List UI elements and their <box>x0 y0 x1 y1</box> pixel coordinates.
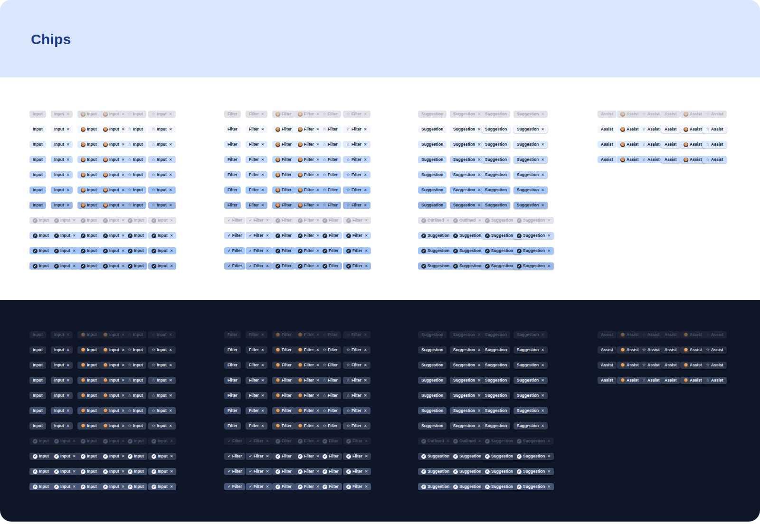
close-icon[interactable]: ✕ <box>73 455 76 458</box>
close-icon[interactable]: ✕ <box>261 173 265 177</box>
close-icon[interactable]: ✕ <box>66 379 70 383</box>
input-chip-focused-icon[interactable]: ☆Input <box>124 156 146 163</box>
close-icon[interactable]: ✕ <box>261 409 265 413</box>
filter-chip-hover-icon[interactable]: ☆Filter <box>319 141 341 148</box>
suggestion-chip-checked-3-close[interactable]: ✓Suggestion✕ <box>513 483 554 490</box>
input-chip-checked-3-close[interactable]: ✓Input✕ <box>51 483 79 490</box>
filter-chip-checked-2-avatar-close[interactable]: ✓Filter✕ <box>294 247 323 254</box>
suggestion-chip-selected-close[interactable]: Suggestion✕ <box>450 171 484 178</box>
input-chip-checked-3-avatar[interactable]: ✓Input <box>77 483 100 490</box>
input-chip-checked-3-plain[interactable]: ✓Input <box>29 262 52 270</box>
input-chip-selected-hover-avatar-close[interactable]: Input✕ <box>100 187 128 194</box>
close-icon[interactable]: ✕ <box>261 188 265 192</box>
filter-chip-selected-avatar-close[interactable]: Filter✕ <box>294 392 323 399</box>
filter-chip-selected-icon-close[interactable]: ☆Filter✕ <box>343 392 370 399</box>
input-chip-checked-2-icon[interactable]: ✓Input <box>124 468 147 475</box>
filter-chip-checked-1-plain[interactable]: ✓Filter <box>224 453 245 460</box>
filter-chip-checked-1-icon-close[interactable]: ✓Filter✕ <box>343 453 371 460</box>
filter-chip-selected-hover-plain[interactable]: Filter <box>224 187 241 194</box>
suggestion-chip-checked-3-close[interactable]: ✓Suggestion✕ <box>513 262 554 270</box>
assist-chip-enabled-plain[interactable]: Assist <box>598 126 617 133</box>
close-icon[interactable]: ✕ <box>66 394 70 398</box>
input-chip-selected-pressed-icon[interactable]: ☆Input <box>124 202 146 209</box>
filter-chip-selected-pressed-icon[interactable]: ☆Filter <box>319 422 341 429</box>
filter-chip-hover-avatar[interactable]: Filter <box>272 362 295 369</box>
filter-chip-checked-2-icon-close[interactable]: ✓Filter✕ <box>343 468 371 475</box>
suggestion-chip-focused-plain[interactable]: Suggestion <box>482 156 510 163</box>
close-icon[interactable]: ✕ <box>365 455 368 458</box>
input-chip-checked-2-icon-close[interactable]: ✓Input✕ <box>148 468 176 475</box>
input-chip-checked-1-plain[interactable]: ✓Input <box>29 453 52 460</box>
close-icon[interactable]: ✕ <box>477 409 481 413</box>
input-chip-hover-icon-close[interactable]: ☆Input✕ <box>148 362 176 369</box>
input-chip-enabled-avatar[interactable]: Input <box>77 126 100 133</box>
close-icon[interactable]: ✕ <box>261 143 265 147</box>
close-icon[interactable]: ✕ <box>541 409 544 413</box>
input-chip-hover-avatar-close[interactable]: Input✕ <box>100 362 128 369</box>
close-icon[interactable]: ✕ <box>170 470 173 474</box>
close-icon[interactable]: ✕ <box>477 204 481 207</box>
assist-chip-focused-avatar[interactable]: Assist <box>680 377 705 384</box>
suggestion-chip-selected-pressed-close[interactable]: Suggestion✕ <box>450 202 484 209</box>
input-chip-checked-1-avatar-close[interactable]: ✓Input✕ <box>100 232 128 239</box>
close-icon[interactable]: ✕ <box>266 264 269 268</box>
assist-chip-hover-plain[interactable]: Assist <box>598 362 617 369</box>
filter-chip-checked-2-close[interactable]: ✓Filter✕ <box>246 247 272 254</box>
assist-chip-enabled-plain[interactable]: Assist <box>661 126 680 133</box>
input-chip-focused-avatar[interactable]: Input <box>77 377 100 384</box>
suggestion-chip-enabled-close[interactable]: Suggestion✕ <box>513 126 548 133</box>
filter-chip-selected-pressed-icon-close[interactable]: ☆Filter✕ <box>343 422 370 429</box>
close-icon[interactable]: ✕ <box>261 204 265 207</box>
suggestion-chip-hover-close[interactable]: Suggestion✕ <box>513 141 548 148</box>
close-icon[interactable]: ✕ <box>541 348 544 352</box>
suggestion-chip-checked-2-close[interactable]: ✓Suggestion✕ <box>513 468 554 475</box>
close-icon[interactable]: ✕ <box>364 364 367 367</box>
close-icon[interactable]: ✕ <box>170 485 173 489</box>
input-chip-focused-plain[interactable]: Input <box>29 156 46 163</box>
filter-chip-checked-3-avatar[interactable]: ✓Filter <box>272 262 295 270</box>
filter-chip-selected-avatar[interactable]: Filter <box>272 171 295 178</box>
filter-chip-selected-hover-avatar[interactable]: Filter <box>272 187 295 194</box>
close-icon[interactable]: ✕ <box>266 485 269 489</box>
filter-chip-checked-3-plain[interactable]: ✓Filter <box>224 483 245 490</box>
suggestion-chip-focused-close[interactable]: Suggestion✕ <box>450 377 484 384</box>
filter-chip-checked-3-avatar-close[interactable]: ✓Filter✕ <box>294 483 323 490</box>
filter-chip-selected-pressed-icon[interactable]: ☆Filter <box>319 202 341 209</box>
close-icon[interactable]: ✕ <box>364 143 367 147</box>
filter-chip-checked-3-avatar[interactable]: ✓Filter <box>272 483 295 490</box>
assist-chip-hover-avatar[interactable]: Assist <box>680 141 705 148</box>
input-chip-selected-hover-icon-close[interactable]: ☆Input✕ <box>148 407 176 414</box>
assist-chip-enabled-plain[interactable]: Assist <box>598 346 617 354</box>
close-icon[interactable]: ✕ <box>364 128 367 131</box>
assist-chip-focused-icon[interactable]: ☆Assist <box>703 377 727 384</box>
suggestion-chip-checked-1-close[interactable]: ✓Suggestion✕ <box>513 232 554 239</box>
assist-chip-enabled-icon[interactable]: ☆Assist <box>703 126 727 133</box>
suggestion-chip-selected-close[interactable]: Suggestion✕ <box>513 171 548 178</box>
filter-chip-checked-1-avatar[interactable]: ✓Filter <box>272 232 295 239</box>
filter-chip-focused-icon[interactable]: ☆Filter <box>319 377 341 384</box>
input-chip-hover-close[interactable]: Input✕ <box>51 141 73 148</box>
filter-chip-hover-icon-close[interactable]: ☆Filter✕ <box>343 141 370 148</box>
close-icon[interactable]: ✕ <box>364 394 367 398</box>
input-chip-selected-hover-avatar[interactable]: Input <box>77 407 100 414</box>
close-icon[interactable]: ✕ <box>364 409 367 413</box>
filter-chip-selected-pressed-plain[interactable]: Filter <box>224 422 241 429</box>
input-chip-selected-icon[interactable]: ☆Input <box>124 392 146 399</box>
filter-chip-selected-plain[interactable]: Filter <box>224 171 241 178</box>
suggestion-chip-selected-hover-close[interactable]: Suggestion✕ <box>513 187 548 194</box>
suggestion-chip-selected-hover-plain[interactable]: Suggestion <box>418 407 446 414</box>
filter-chip-selected-pressed-avatar[interactable]: Filter <box>272 422 295 429</box>
input-chip-selected-hover-close[interactable]: Input✕ <box>51 187 73 194</box>
suggestion-chip-selected-pressed-plain[interactable]: Suggestion <box>418 202 446 209</box>
close-icon[interactable]: ✕ <box>261 364 265 367</box>
suggestion-chip-enabled-plain[interactable]: Suggestion <box>482 126 510 133</box>
input-chip-checked-3-icon[interactable]: ✓Input <box>124 262 147 270</box>
filter-chip-selected-pressed-avatar-close[interactable]: Filter✕ <box>294 202 323 209</box>
close-icon[interactable]: ✕ <box>364 173 367 177</box>
filter-chip-checked-3-icon-close[interactable]: ✓Filter✕ <box>343 262 371 270</box>
close-icon[interactable]: ✕ <box>66 143 70 147</box>
input-chip-hover-plain[interactable]: Input <box>29 141 46 148</box>
close-icon[interactable]: ✕ <box>547 234 551 238</box>
filter-chip-focused-avatar-close[interactable]: Filter✕ <box>294 156 323 163</box>
filter-chip-checked-2-plain[interactable]: ✓Filter <box>224 247 245 254</box>
